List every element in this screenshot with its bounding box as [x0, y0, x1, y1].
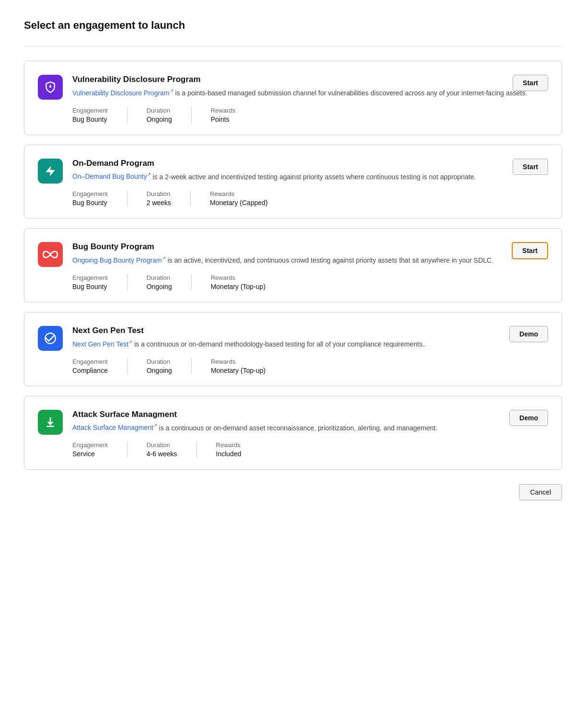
meta-rewards-attack-surface: Rewards Included: [216, 441, 261, 458]
card-link-next-gen-pen-test[interactable]: Next Gen Pen Test↗: [72, 340, 132, 348]
meta-duration-on-demand: Duration 2 weeks: [147, 190, 191, 207]
card-body-bug-bounty: Bug Bounty Program Ongoing Bug Bounty Pr…: [72, 242, 548, 290]
svg-marker-2: [46, 166, 55, 176]
card-icon-bug-bounty: [38, 242, 63, 267]
card-link-on-demand[interactable]: On–Demand Bug Bounty↗: [72, 173, 151, 180]
card-icon-next-gen-pen-test: [38, 326, 63, 351]
card-icon-on-demand: [38, 159, 63, 184]
card-next-gen-pen-test: Next Gen Pen Test Next Gen Pen Test↗ is …: [24, 312, 562, 386]
meta-engagement-bug-bounty: Engagement Bug Bounty: [72, 274, 127, 290]
card-title-next-gen-pen-test: Next Gen Pen Test: [72, 326, 548, 335]
card-button-vulnerability-disclosure[interactable]: Start: [513, 75, 548, 91]
card-meta-next-gen-pen-test: Engagement Compliance Duration Ongoing R…: [72, 358, 548, 374]
card-icon-vulnerability-disclosure: [38, 75, 63, 100]
card-vulnerability-disclosure: Vulnerability Disclosure Program Vulnera…: [24, 61, 562, 135]
meta-engagement-on-demand: Engagement Bug Bounty: [72, 190, 127, 207]
card-description-bug-bounty: Ongoing Bug Bounty Program↗ is an active…: [72, 254, 548, 266]
card-link-vulnerability-disclosure[interactable]: Vulnerability Disclosure Program↗: [72, 89, 173, 97]
meta-rewards-vulnerability-disclosure: Rewards Points: [211, 107, 254, 123]
meta-rewards-bug-bounty: Rewards Monetary (Top-up): [211, 274, 285, 290]
card-link-bug-bounty[interactable]: Ongoing Bug Bounty Program↗: [72, 256, 166, 264]
meta-duration-attack-surface: Duration 4-6 weeks: [147, 441, 197, 458]
card-description-vulnerability-disclosure: Vulnerability Disclosure Program↗ is a p…: [72, 87, 548, 98]
card-button-bug-bounty[interactable]: Start: [512, 242, 548, 259]
card-description-on-demand: On–Demand Bug Bounty↗ is a 2-week active…: [72, 171, 548, 182]
card-meta-on-demand: Engagement Bug Bounty Duration 2 weeks R…: [72, 190, 548, 207]
page-title: Select an engagement to launch: [24, 19, 562, 32]
meta-duration-vulnerability-disclosure: Duration Ongoing: [147, 107, 192, 123]
card-action-bug-bounty: Start: [512, 242, 548, 259]
card-attack-surface: Attack Surface Managment Attack Surface …: [24, 396, 562, 470]
card-meta-vulnerability-disclosure: Engagement Bug Bounty Duration Ongoing R…: [72, 107, 548, 123]
card-meta-attack-surface: Engagement Service Duration 4-6 weeks Re…: [72, 441, 548, 458]
meta-engagement-attack-surface: Engagement Service: [72, 441, 127, 458]
card-action-next-gen-pen-test: Demo: [509, 326, 548, 342]
card-action-on-demand: Start: [513, 159, 548, 175]
cards-container: Vulnerability Disclosure Program Vulnera…: [24, 61, 562, 470]
divider: [24, 46, 562, 46]
card-action-attack-surface: Demo: [509, 410, 548, 426]
card-body-next-gen-pen-test: Next Gen Pen Test Next Gen Pen Test↗ is …: [72, 326, 548, 374]
card-button-attack-surface[interactable]: Demo: [509, 410, 548, 426]
cancel-button[interactable]: Cancel: [519, 484, 562, 500]
meta-duration-bug-bounty: Duration Ongoing: [147, 274, 192, 290]
svg-point-0: [49, 86, 51, 88]
card-title-attack-surface: Attack Surface Managment: [72, 410, 548, 419]
card-body-on-demand: On-Demand Program On–Demand Bug Bounty↗ …: [72, 159, 548, 207]
footer: Cancel: [24, 484, 562, 500]
card-description-attack-surface: Attack Surface Managment↗ is a continuou…: [72, 422, 548, 433]
meta-duration-next-gen-pen-test: Duration Ongoing: [147, 358, 192, 374]
meta-rewards-next-gen-pen-test: Rewards Monetary (Top-up): [211, 358, 285, 374]
card-description-next-gen-pen-test: Next Gen Pen Test↗ is a continuous or on…: [72, 338, 548, 349]
card-body-attack-surface: Attack Surface Managment Attack Surface …: [72, 410, 548, 458]
meta-engagement-vulnerability-disclosure: Engagement Bug Bounty: [72, 107, 127, 123]
card-link-attack-surface[interactable]: Attack Surface Managment↗: [72, 424, 157, 431]
card-button-on-demand[interactable]: Start: [513, 159, 548, 175]
card-action-vulnerability-disclosure: Start: [513, 75, 548, 91]
card-meta-bug-bounty: Engagement Bug Bounty Duration Ongoing R…: [72, 274, 548, 290]
card-title-vulnerability-disclosure: Vulnerability Disclosure Program: [72, 75, 548, 84]
meta-rewards-on-demand: Rewards Monetary (Capped): [210, 190, 287, 207]
card-body-vulnerability-disclosure: Vulnerability Disclosure Program Vulnera…: [72, 75, 548, 123]
card-icon-attack-surface: [38, 410, 63, 435]
card-title-bug-bounty: Bug Bounty Program: [72, 242, 548, 252]
card-on-demand: On-Demand Program On–Demand Bug Bounty↗ …: [24, 145, 562, 219]
card-bug-bounty: Bug Bounty Program Ongoing Bug Bounty Pr…: [24, 228, 562, 302]
card-button-next-gen-pen-test[interactable]: Demo: [509, 326, 548, 342]
meta-engagement-next-gen-pen-test: Engagement Compliance: [72, 358, 127, 374]
card-title-on-demand: On-Demand Program: [72, 159, 548, 168]
